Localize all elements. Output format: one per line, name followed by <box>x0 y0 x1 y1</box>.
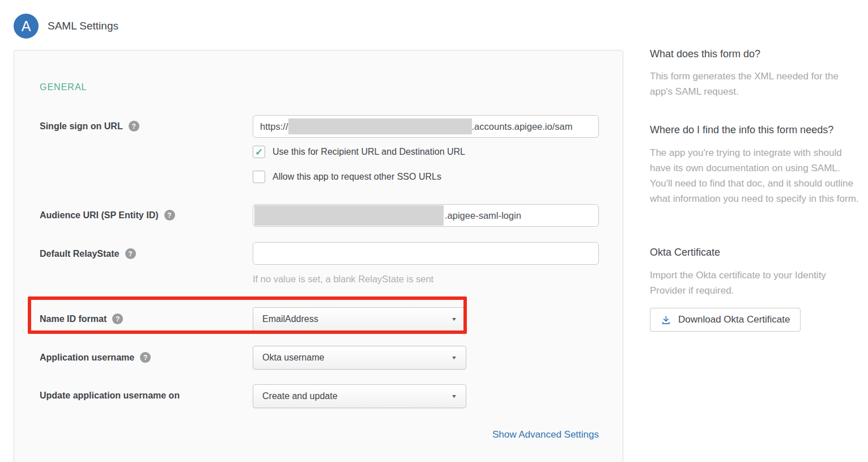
saml-settings-page: A SAML Settings GENERAL Single sign on U… <box>0 0 868 462</box>
recipient-url-checkbox[interactable]: ✓ <box>253 146 265 158</box>
saml-settings-panel: GENERAL Single sign on URL ? https:// .a… <box>14 50 623 462</box>
okta-certificate-body: Import the Okta certificate to your Iden… <box>650 268 862 298</box>
update-username-label-text: Update application username on <box>40 391 180 401</box>
default-relaystate-label: Default RelayState ? <box>40 248 136 259</box>
update-username-value: Create and update <box>262 391 338 401</box>
download-okta-certificate-button[interactable]: Download Okta Certificate <box>650 308 801 332</box>
name-id-format-label: Name ID format ? <box>40 313 123 324</box>
recipient-url-checkbox-row: ✓ Use this for Recipient URL and Destina… <box>253 146 465 158</box>
update-username-label: Update application username on <box>40 391 180 401</box>
audience-uri-label-text: Audience URI (SP Entity ID) <box>40 210 159 221</box>
single-sign-on-url-label-text: Single sign on URL <box>40 121 123 132</box>
redacted-text-block <box>254 205 444 226</box>
name-id-format-value: EmailAddress <box>262 314 318 324</box>
sso-url-prefix: https:// <box>260 121 288 132</box>
download-button-label: Download Okta Certificate <box>678 314 790 325</box>
recipient-url-checkbox-label: Use this for Recipient URL and Destinati… <box>273 147 465 157</box>
help-icon[interactable]: ? <box>125 248 136 259</box>
application-username-label: Application username ? <box>40 352 151 363</box>
chevron-down-icon: ▼ <box>451 316 457 322</box>
page-title: SAML Settings <box>48 20 118 32</box>
chevron-down-icon: ▼ <box>451 355 457 361</box>
what-does-form-do-body: This form generates the XML needed for t… <box>650 69 862 99</box>
where-find-info-body: The app you're trying to integrate with … <box>650 145 862 206</box>
application-username-label-text: Application username <box>40 353 134 363</box>
what-does-form-do-heading: What does this form do? <box>650 48 760 60</box>
where-find-info-heading: Where do I find the info this form needs… <box>650 124 868 136</box>
single-sign-on-url-input[interactable]: https:// .accounts.apigee.io/sam <box>253 115 599 138</box>
name-id-format-dropdown[interactable]: EmailAddress ▼ <box>253 307 466 331</box>
application-username-dropdown[interactable]: Okta username ▼ <box>253 346 466 370</box>
default-relaystate-label-text: Default RelayState <box>40 249 120 259</box>
audience-uri-label: Audience URI (SP Entity ID) ? <box>40 210 175 221</box>
other-sso-checkbox-row: Allow this app to request other SSO URLs <box>253 171 441 183</box>
show-advanced-settings-link[interactable]: Show Advanced Settings <box>253 429 599 440</box>
download-icon <box>661 315 671 325</box>
help-icon[interactable]: ? <box>140 352 151 363</box>
audience-uri-suffix: .apigee-saml-login <box>445 210 521 221</box>
help-icon[interactable]: ? <box>164 210 175 221</box>
help-icon[interactable]: ? <box>129 121 139 132</box>
redacted-text-block <box>288 118 472 134</box>
other-sso-checkbox-label: Allow this app to request other SSO URLs <box>273 172 441 182</box>
relaystate-helper-text: If no value is set, a blank RelayState i… <box>253 274 433 285</box>
default-relaystate-input[interactable] <box>253 242 599 265</box>
help-icon[interactable]: ? <box>112 313 123 324</box>
chevron-down-icon: ▼ <box>451 393 457 399</box>
okta-certificate-heading: Okta Certificate <box>650 247 720 258</box>
sso-url-suffix: .accounts.apigee.io/sam <box>472 121 573 132</box>
other-sso-checkbox[interactable] <box>253 171 265 183</box>
general-section-label: GENERAL <box>40 82 87 92</box>
update-username-dropdown[interactable]: Create and update ▼ <box>253 384 466 408</box>
application-username-value: Okta username <box>262 353 324 363</box>
single-sign-on-url-label: Single sign on URL ? <box>40 121 139 132</box>
audience-uri-input[interactable]: .apigee-saml-login <box>253 204 599 227</box>
step-a-badge: A <box>14 14 39 39</box>
name-id-format-label-text: Name ID format <box>40 314 107 324</box>
